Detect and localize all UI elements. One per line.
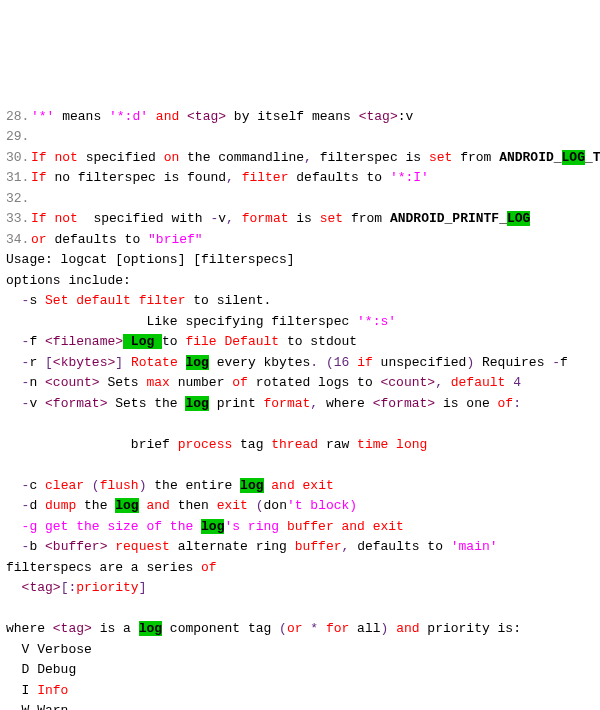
tok: clear (45, 478, 84, 493)
tok: request (107, 539, 177, 554)
tok: and (334, 519, 373, 534)
tok: filter (234, 170, 296, 185)
tok: <buffer> (45, 539, 107, 554)
tok: process (178, 437, 233, 452)
tok: 's ring (224, 519, 286, 534)
tok: all (349, 621, 380, 636)
tok: filterspecs are a series (6, 560, 201, 575)
tok: specified (86, 150, 164, 165)
tok-highlight: log (201, 519, 224, 534)
tok: component (162, 621, 248, 636)
tok: Sets the (107, 396, 185, 411)
tok: means (54, 109, 109, 124)
tok: format (234, 211, 296, 226)
tok: , (226, 211, 234, 226)
tok: is one (435, 396, 497, 411)
tok: '*:d' (109, 109, 148, 124)
tok: b (29, 539, 45, 554)
tok: , (226, 170, 234, 185)
tok: f (560, 355, 568, 370)
tok: If (31, 150, 47, 165)
line-number: 34. (6, 230, 28, 251)
tok: ( (248, 498, 264, 513)
tok: <tag> (53, 621, 92, 636)
tok: Like specifying filterspec (6, 314, 357, 329)
tok: <kbytes> (53, 355, 115, 370)
tok: defaults to (296, 170, 390, 185)
tok: every kbytes (209, 355, 310, 370)
tok: buffer (287, 519, 334, 534)
tok: by itself means (226, 109, 359, 124)
tok: filterspec is (312, 150, 429, 165)
tok: to (162, 334, 185, 349)
tok: defaults to (47, 232, 148, 247)
tok: is (296, 211, 319, 226)
tok: where (6, 621, 53, 636)
tok: Sets (100, 375, 147, 390)
line-number: 31. (6, 168, 28, 189)
tok: from (452, 150, 499, 165)
tok: tag (232, 437, 271, 452)
tok: <tag> (22, 580, 61, 595)
tok-highlight: log (185, 396, 208, 411)
tok: and (139, 498, 178, 513)
tok: <tag> (359, 109, 398, 124)
tok: c (29, 478, 45, 493)
tok-highlight: log (115, 498, 138, 513)
code-block: 28.'*' means '*:d' and <tag> by itself m… (6, 86, 594, 710)
tok: or (31, 232, 47, 247)
tok: :v (398, 109, 414, 124)
tok: long (388, 437, 427, 452)
tok: unspecified (381, 355, 467, 370)
tok: no filterspec is found (47, 170, 226, 185)
tok: 't block) (287, 498, 357, 513)
tok: Set (45, 293, 68, 308)
tok: <count> (381, 375, 436, 390)
tok: exit (373, 519, 404, 534)
tok: "brief" (148, 232, 203, 247)
tok: W Warn (6, 703, 68, 710)
tok: D Debug (6, 662, 76, 677)
tok: ] (139, 580, 147, 595)
tok: [ (45, 355, 53, 370)
tok: ( (271, 621, 287, 636)
line-number: 28. (6, 107, 28, 128)
tok: is a (92, 621, 139, 636)
tok: V Verbose (6, 642, 92, 657)
tok: f (29, 334, 45, 349)
tok: ] (115, 355, 123, 370)
tok: Requires (474, 355, 552, 370)
tok: r (29, 355, 45, 370)
tok: Default (217, 334, 287, 349)
tok: '*:s' (357, 314, 396, 329)
tok: - (552, 355, 560, 370)
tok: _TAG (585, 150, 600, 165)
tok-highlight: log (139, 621, 162, 636)
tok: <format> (45, 396, 107, 411)
tok: to stdout (287, 334, 357, 349)
tok: not (47, 150, 86, 165)
tok: 'main' (451, 539, 498, 554)
tok: 4 (513, 375, 521, 390)
tok: If (31, 211, 47, 226)
tok: to silent. (185, 293, 271, 308)
tok: flush (100, 478, 139, 493)
tok: file (185, 334, 216, 349)
tok: set (320, 211, 343, 226)
tok: exit (303, 478, 334, 493)
tok: rotated logs to (248, 375, 381, 390)
tok: or (287, 621, 303, 636)
tok: default (443, 375, 513, 390)
tok-highlight: log (186, 355, 209, 370)
line-number: 33. (6, 209, 28, 230)
tok: and (264, 478, 303, 493)
line-number: 32. (6, 189, 28, 210)
tok: ANDROID_ (390, 211, 452, 226)
tok: the (76, 498, 115, 513)
tok-highlight: LOG (507, 211, 530, 226)
tok-highlight: Log (123, 334, 162, 349)
tok: max (146, 375, 169, 390)
tok: 16 (334, 355, 350, 370)
tok: <tag> (187, 109, 226, 124)
tok: * (303, 621, 326, 636)
